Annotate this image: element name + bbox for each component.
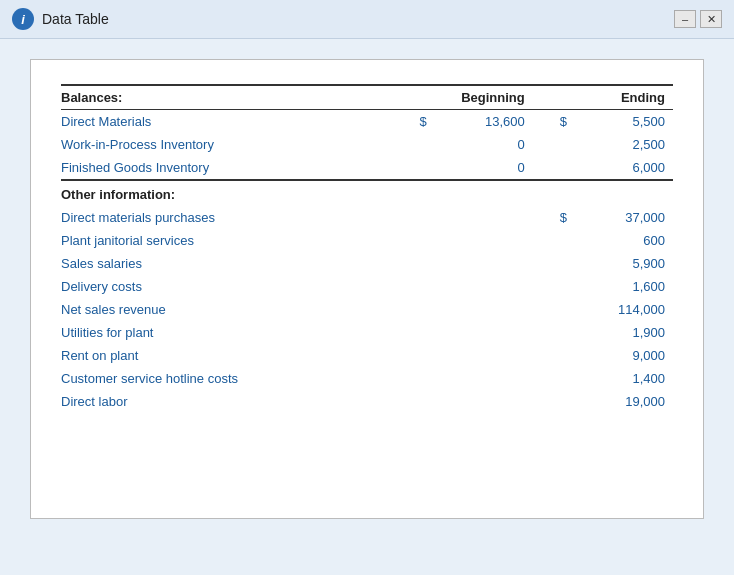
row-sym: [533, 390, 571, 413]
row-val: 114,000: [571, 298, 673, 321]
row-val: 1,600: [571, 275, 673, 298]
balances-section: Direct Materials $ 13,600 $ 5,500 Work-i…: [61, 110, 673, 181]
other-row: Plant janitorial services 600: [61, 229, 673, 252]
row-label: Work-in-Process Inventory: [61, 133, 393, 156]
end-sym: $: [533, 110, 571, 134]
window-title: Data Table: [42, 11, 109, 27]
content-area: Balances: Beginning Ending Direct Materi…: [0, 39, 734, 575]
main-window: i Data Table – ✕ Balances: Begin: [0, 0, 734, 575]
data-table: Balances: Beginning Ending Direct Materi…: [61, 84, 673, 413]
row-sym: [533, 367, 571, 390]
beginning-header: Beginning: [393, 85, 533, 110]
other-row: Direct materials purchases $ 37,000: [61, 206, 673, 229]
row-label: Finished Goods Inventory: [61, 156, 393, 180]
row-label: Net sales revenue: [61, 298, 393, 321]
title-bar: i Data Table – ✕: [0, 0, 734, 39]
other-info-header-row: Other information:: [61, 180, 673, 206]
other-section: Other information: Direct materials purc…: [61, 180, 673, 413]
balances-row: Direct Materials $ 13,600 $ 5,500: [61, 110, 673, 134]
row-label: Delivery costs: [61, 275, 393, 298]
balances-row: Work-in-Process Inventory 0 2,500: [61, 133, 673, 156]
row-sym: [533, 344, 571, 367]
row-label: Customer service hotline costs: [61, 367, 393, 390]
row-sym: [533, 275, 571, 298]
row-val: 9,000: [571, 344, 673, 367]
row-val: 5,900: [571, 252, 673, 275]
beg-val: 13,600: [431, 110, 533, 134]
end-sym: [533, 156, 571, 180]
end-sym: [533, 133, 571, 156]
ending-header: Ending: [533, 85, 673, 110]
row-label: Direct materials purchases: [61, 206, 393, 229]
balances-header: Balances:: [61, 85, 393, 110]
other-row: Sales salaries 5,900: [61, 252, 673, 275]
row-label: Direct Materials: [61, 110, 393, 134]
beg-sym: [393, 156, 431, 180]
close-button[interactable]: ✕: [700, 10, 722, 28]
row-label: Rent on plant: [61, 344, 393, 367]
row-val: 37,000: [571, 206, 673, 229]
title-bar-right: – ✕: [674, 10, 722, 28]
info-icon: i: [12, 8, 34, 30]
table-header-row: Balances: Beginning Ending: [61, 85, 673, 110]
other-info-header: Other information:: [61, 180, 673, 206]
row-val: 600: [571, 229, 673, 252]
other-row: Delivery costs 1,600: [61, 275, 673, 298]
end-val: 2,500: [571, 133, 673, 156]
row-sym: [533, 321, 571, 344]
other-row: Utilities for plant 1,900: [61, 321, 673, 344]
row-val: 1,400: [571, 367, 673, 390]
other-row: Rent on plant 9,000: [61, 344, 673, 367]
other-row: Net sales revenue 114,000: [61, 298, 673, 321]
beg-sym: $: [393, 110, 431, 134]
row-label: Direct labor: [61, 390, 393, 413]
beg-val: 0: [431, 133, 533, 156]
row-val: 19,000: [571, 390, 673, 413]
beg-val: 0: [431, 156, 533, 180]
row-val: 1,900: [571, 321, 673, 344]
title-bar-left: i Data Table: [12, 8, 109, 30]
end-val: 5,500: [571, 110, 673, 134]
row-sym: [533, 298, 571, 321]
other-row: Customer service hotline costs 1,400: [61, 367, 673, 390]
beg-sym: [393, 133, 431, 156]
row-sym: $: [533, 206, 571, 229]
balances-row: Finished Goods Inventory 0 6,000: [61, 156, 673, 180]
row-label: Utilities for plant: [61, 321, 393, 344]
data-card: Balances: Beginning Ending Direct Materi…: [30, 59, 704, 519]
end-val: 6,000: [571, 156, 673, 180]
row-sym: [533, 252, 571, 275]
row-sym: [533, 229, 571, 252]
minimize-button[interactable]: –: [674, 10, 696, 28]
row-label: Plant janitorial services: [61, 229, 393, 252]
other-row: Direct labor 19,000: [61, 390, 673, 413]
row-label: Sales salaries: [61, 252, 393, 275]
